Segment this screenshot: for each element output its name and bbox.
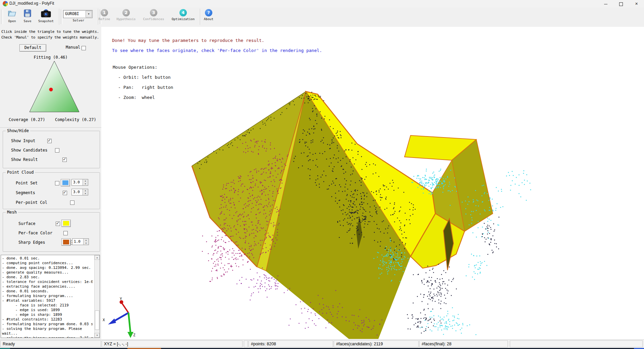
chevron-down-icon[interactable]: ▼ (86, 11, 92, 17)
status-ready: Ready (0, 340, 101, 347)
toolbar-separator (200, 9, 200, 25)
group-title: Point Cloud (6, 170, 35, 175)
solver-value: GUROBI (65, 11, 79, 16)
point-set-checkbox[interactable] (55, 181, 59, 185)
axis-gizmo: Y X Z (103, 297, 136, 338)
log-line: - edge is sharp: 1899 (2, 312, 93, 317)
scroll-up-icon[interactable]: ▲ (95, 255, 100, 260)
log-line: - done. 2.83 sec. (2, 275, 93, 279)
log-output[interactable]: - done. 0.01 sec. - computing point conf… (1, 255, 100, 338)
log-scrollbar[interactable]: ▲ ▼ (94, 255, 100, 338)
log-line: - formulating binary program done. 0.03 … (2, 322, 93, 326)
log-line: - solving the binary program. Please (2, 327, 93, 331)
step-1-icon: 1 (101, 9, 108, 16)
show-input-checkbox[interactable] (47, 139, 52, 143)
save-button[interactable]: Save (21, 8, 34, 23)
per-face-color-checkbox[interactable] (63, 231, 68, 235)
point-set-color-swatch (62, 180, 68, 185)
about-button[interactable]: ? About (201, 8, 216, 21)
solver-group: GUROBI ▼ Solver (63, 8, 94, 22)
step-optimization-button[interactable]: 4 Optimization (170, 8, 197, 21)
per-point-col-label: Per-point Col (16, 200, 47, 206)
manual-checkbox[interactable] (82, 46, 86, 50)
log-line: wait... (2, 331, 93, 336)
sharp-edges-color-button[interactable] (61, 238, 71, 246)
toolbar-separator (59, 9, 59, 25)
spin-down-icon[interactable]: ▼ (83, 182, 88, 185)
show-candidates-label: Show Candidates (11, 148, 47, 153)
log-line: - #total constraints: 12283 (2, 317, 93, 322)
point-set-color-button[interactable] (61, 179, 70, 186)
scroll-down-icon[interactable]: ▼ (95, 333, 100, 338)
spin-down-icon[interactable]: ▼ (83, 242, 89, 245)
mesh-group: Mesh Surface Per-face Color Sharp Edges … (3, 212, 100, 252)
save-floppy-icon (21, 8, 34, 18)
show-candidates-checkbox[interactable] (55, 148, 59, 153)
reconstruction-mesh-canvas[interactable]: Y X Z (101, 27, 644, 339)
per-face-color-label: Per-face Color (18, 231, 52, 236)
window-title: DJI_modified.vg - PolyFit (9, 1, 54, 6)
maximize-button[interactable] (613, 0, 629, 7)
complexity-label: Complexity (0.27) (55, 117, 96, 122)
surface-checkbox[interactable] (56, 222, 60, 226)
status-empty (510, 340, 643, 347)
x-axis-label: X (103, 318, 105, 322)
segments-checkbox[interactable] (63, 191, 67, 195)
segments-label: Segments (16, 190, 35, 196)
minimize-button[interactable] (598, 0, 613, 7)
step-confidences-button[interactable]: 3 Confidences (142, 8, 165, 21)
point-cloud-group: Point Cloud Point Set 3.0 ▲▼ Segments 3.… (3, 172, 100, 209)
scrollbar-thumb[interactable] (95, 310, 99, 330)
default-button[interactable]: Default (19, 44, 46, 52)
close-button[interactable]: ✕ (629, 0, 644, 7)
show-result-checkbox[interactable] (62, 158, 67, 162)
toolbar: Open Save Snapshot (0, 7, 644, 27)
weights-triangle[interactable] (2, 59, 99, 116)
segments-size-spinner[interactable]: 3.0 ▲▼ (71, 189, 88, 195)
minimize-icon (604, 4, 607, 4)
weight-marker-dot[interactable] (49, 88, 53, 92)
spin-down-icon[interactable]: ▼ (83, 192, 88, 195)
app-logo-icon (3, 1, 8, 6)
coverage-label: Coverage (0.27) (9, 117, 45, 122)
open-button[interactable]: Open (5, 8, 19, 23)
status-faces-candidates: #faces(candidates): 2119 (334, 340, 419, 347)
log-line: - done. avg spacing: 0.123094. 2.99 sec. (2, 266, 93, 270)
status-points: #points: 8208 (249, 340, 333, 347)
surface-color-button[interactable] (61, 220, 71, 227)
control-panel: Click inside the triangle to tune the we… (0, 27, 101, 339)
surface-label: Surface (18, 221, 36, 227)
solver-combobox[interactable]: GUROBI ▼ (63, 10, 93, 18)
step-3-icon: 3 (150, 9, 157, 16)
snapshot-button[interactable]: Snapshot (36, 8, 56, 23)
y-axis-red (122, 303, 128, 313)
sharp-edges-width-spinner[interactable]: 1.0 ▲▼ (72, 238, 89, 245)
log-line: - generate quality measures... (2, 270, 93, 275)
triangle-shape[interactable] (30, 61, 79, 112)
toolbar-grip[interactable] (1, 9, 3, 24)
group-title: Mesh (6, 210, 18, 215)
log-line: - computing point confidences... (2, 261, 93, 265)
step-hypothesis-button[interactable]: 2 Hypothesis (114, 8, 138, 21)
per-point-col-checkbox[interactable] (70, 200, 74, 205)
log-line: - face is selected: 2119 (2, 303, 93, 307)
z-axis-label: Z (133, 333, 136, 337)
camera-icon (36, 8, 56, 18)
log-line: - extracting face adjacencies.... (2, 284, 93, 289)
status-spacer (244, 340, 248, 347)
point-set-size-spinner[interactable]: 3.0 ▲▼ (71, 179, 88, 186)
surface-color-swatch (63, 221, 69, 226)
question-mark-icon: ? (205, 9, 212, 16)
viewport-3d[interactable]: Done! You may tune the parameters to rep… (101, 27, 644, 339)
title-bar: DJI_modified.vg - PolyFit ✕ (0, 0, 644, 8)
log-line: - tolerance for coincident vertices: 1e-… (2, 280, 93, 284)
step-4-icon: 4 (179, 9, 187, 16)
x-axis-blue (113, 313, 128, 322)
log-line: - #total variables: 5917 (2, 298, 93, 303)
toolbar-grip[interactable] (61, 9, 63, 24)
show-hide-group: Show/Hide Show Input Show Candidates Sho… (3, 131, 100, 168)
solver-label: Solver (63, 18, 94, 22)
group-title: Show/Hide (6, 128, 30, 133)
step-refine-button[interactable]: 1 Refine (93, 8, 115, 21)
sharp-edges-color-swatch (63, 240, 69, 244)
